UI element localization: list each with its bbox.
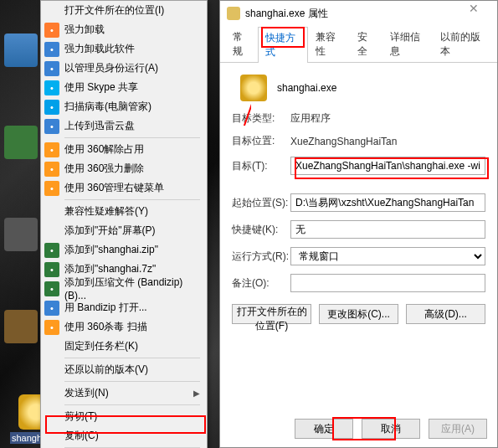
context-menu-item[interactable]: •使用 360强力删除 bbox=[41, 159, 207, 178]
shield-icon: • bbox=[44, 61, 59, 76]
menu-item-label: 兼容性疑难解答(Y) bbox=[64, 204, 200, 219]
menu-item-label: 以管理员身份运行(A) bbox=[64, 61, 200, 75]
titlebar-text: shanghai.exe 属性 bbox=[245, 7, 457, 21]
context-menu-item[interactable]: 发送到(N)▶ bbox=[41, 384, 207, 403]
cancel-button[interactable]: 取消 bbox=[362, 419, 420, 439]
skype-icon: • bbox=[44, 80, 59, 95]
label: 快捷键(K): bbox=[232, 223, 290, 237]
separator bbox=[64, 358, 200, 358]
tab-1[interactable]: 快捷方式 bbox=[258, 27, 308, 63]
run-select[interactable]: 常规窗口 bbox=[290, 247, 485, 265]
context-menu-item[interactable]: 打开文件所在的位置(I) bbox=[41, 1, 207, 20]
blank-icon bbox=[44, 204, 59, 219]
menu-item-label: 使用 360解除占用 bbox=[64, 142, 200, 157]
separator bbox=[64, 199, 200, 200]
context-menu-item[interactable]: •使用 360管理右键菜单 bbox=[41, 178, 207, 198]
menu-item-label: 添加到"开始"屏幕(P) bbox=[64, 224, 200, 238]
menu-item-label: 添加到"shanghai.7z" bbox=[64, 262, 200, 276]
360menu-icon: • bbox=[44, 181, 59, 196]
desktop-icon[interactable] bbox=[4, 310, 38, 343]
context-menu-item[interactable]: 兼容性疑难解答(Y) bbox=[41, 202, 207, 221]
properties-body: shanghai.exe 目标类型: 应用程序 目标位置: XueZhangSh… bbox=[220, 63, 497, 331]
context-menu-item[interactable]: 还原以前的版本(V) bbox=[41, 360, 207, 379]
context-menu-item[interactable]: •使用 Skype 共享 bbox=[41, 78, 207, 97]
tab-strip: 常规快捷方式兼容性安全详细信息以前的版本 bbox=[220, 26, 497, 63]
open-file-location-button[interactable]: 打开文件所在的位置(F) bbox=[232, 304, 311, 324]
context-menu-item[interactable]: 剪切(T) bbox=[41, 407, 207, 426]
tab-0[interactable]: 常规 bbox=[225, 26, 258, 62]
tab-2[interactable]: 兼容性 bbox=[308, 26, 350, 62]
field-target-location: 目标位置: XueZhangShangHaiTan bbox=[232, 134, 485, 148]
file-header: shanghai.exe bbox=[232, 75, 485, 101]
context-menu-item[interactable]: •强力卸载此软件 bbox=[41, 39, 207, 59]
tab-4[interactable]: 详细信息 bbox=[382, 26, 433, 62]
blank-icon bbox=[44, 3, 59, 18]
ok-button[interactable]: 确定 bbox=[295, 419, 353, 439]
label: 目标类型: bbox=[232, 111, 290, 126]
bandizip-icon: • bbox=[44, 281, 59, 296]
tab-3[interactable]: 安全 bbox=[350, 26, 382, 62]
close-button[interactable]: ✕ bbox=[457, 2, 490, 25]
context-menu-item[interactable]: •添加到"shanghai.zip" bbox=[41, 240, 207, 260]
label: 起始位置(S): bbox=[232, 196, 290, 210]
menu-item-label: 打开文件所在的位置(I) bbox=[64, 3, 200, 18]
menu-item-label: 使用 360管理右键菜单 bbox=[64, 181, 200, 195]
submenu-arrow-icon: ▶ bbox=[193, 389, 200, 398]
context-menu-item[interactable]: •扫描病毒(电脑管家) bbox=[41, 97, 207, 116]
context-menu-item[interactable]: •添加到压缩文件 (Bandizip)(B)... bbox=[41, 279, 207, 298]
desktop-icon[interactable] bbox=[4, 33, 38, 67]
uninstall2-icon: • bbox=[44, 42, 59, 57]
context-menu-item[interactable]: •强力卸载 bbox=[41, 20, 207, 39]
properties-window: shanghai.exe 属性 ✕ 常规快捷方式兼容性安全详细信息以前的版本 s… bbox=[219, 0, 498, 448]
start-in-input[interactable] bbox=[290, 193, 485, 212]
desktop-icon[interactable] bbox=[4, 126, 38, 159]
menu-item-label: 复制(C) bbox=[64, 429, 200, 443]
apply-button[interactable]: 应用(A) bbox=[429, 419, 487, 439]
360av-icon: • bbox=[44, 320, 59, 335]
context-menu-item[interactable]: •使用 360解除占用 bbox=[41, 140, 207, 159]
menu-item-label: 添加到压缩文件 (Bandizip)(B)... bbox=[64, 275, 200, 301]
cloud-icon: • bbox=[44, 119, 59, 134]
context-menu-item[interactable]: 添加到"开始"屏幕(P) bbox=[41, 221, 207, 240]
scan-icon: • bbox=[44, 100, 59, 115]
label: 目标位置: bbox=[232, 134, 290, 148]
bopen-icon: • bbox=[44, 301, 59, 316]
file-icon bbox=[240, 75, 267, 101]
titlebar[interactable]: shanghai.exe 属性 ✕ bbox=[220, 1, 497, 26]
separator bbox=[64, 381, 200, 382]
comment-input[interactable] bbox=[290, 274, 485, 292]
360-icon: • bbox=[44, 142, 59, 157]
menu-item-label: 添加到"shanghai.zip" bbox=[64, 243, 200, 257]
file-name: shanghai.exe bbox=[277, 80, 336, 95]
field-comment: 备注(O): bbox=[232, 274, 485, 292]
menu-item-label: 上传到迅雷云盘 bbox=[64, 119, 200, 133]
blank-icon bbox=[44, 224, 59, 239]
desktop-icon[interactable] bbox=[4, 218, 38, 251]
shortcut-key-input[interactable] bbox=[290, 220, 485, 239]
context-menu-item[interactable]: •使用 360杀毒 扫描 bbox=[41, 317, 207, 337]
context-menu-item[interactable]: 复制(C) bbox=[41, 426, 207, 445]
context-menu-item[interactable]: •用 Bandizip 打开... bbox=[41, 298, 207, 317]
menu-item-label: 使用 Skype 共享 bbox=[64, 80, 200, 95]
footer-buttons: 确定 取消 应用(A) bbox=[295, 419, 487, 439]
menu-item-label: 强力卸载 bbox=[64, 23, 200, 37]
field-shortcut-key: 快捷键(K): bbox=[232, 220, 485, 239]
context-menu-item[interactable]: •以管理员身份运行(A) bbox=[41, 59, 207, 78]
change-icon-button[interactable]: 更改图标(C)... bbox=[319, 304, 398, 324]
context-menu-item[interactable]: 固定到任务栏(K) bbox=[41, 337, 207, 356]
target-input[interactable] bbox=[290, 157, 485, 175]
field-start-in: 起始位置(S): bbox=[232, 193, 485, 212]
context-menu-item[interactable]: •上传到迅雷云盘 bbox=[41, 116, 207, 136]
menu-item-label: 强力卸载此软件 bbox=[64, 42, 200, 56]
advanced-button[interactable]: 高级(D)... bbox=[406, 304, 485, 324]
menu-item-label: 发送到(N) bbox=[64, 386, 193, 400]
blank-icon bbox=[44, 339, 59, 354]
separator bbox=[64, 404, 200, 405]
separator bbox=[64, 137, 200, 138]
field-target: 目标(T): bbox=[232, 157, 485, 175]
menu-item-label: 剪切(T) bbox=[64, 409, 200, 424]
tab-5[interactable]: 以前的版本 bbox=[433, 26, 492, 62]
menu-item-label: 使用 360杀毒 扫描 bbox=[64, 320, 200, 334]
field-run: 运行方式(R): 常规窗口 bbox=[232, 247, 485, 265]
menu-item-label: 还原以前的版本(V) bbox=[64, 363, 200, 377]
